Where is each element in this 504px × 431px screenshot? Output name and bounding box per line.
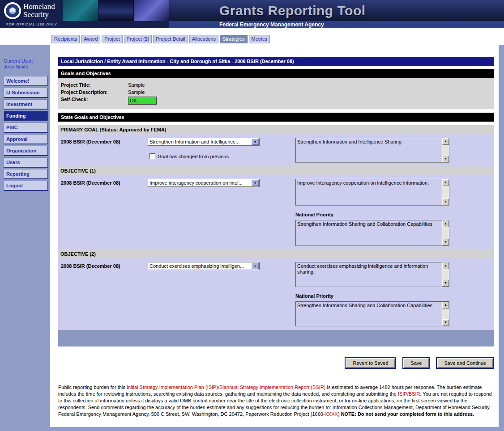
objective2-dropdown[interactable]: Conduct exercises emphasizing intelligen… <box>148 262 260 270</box>
objective1-national-priority-col: Strengthen Information Sharing and Colla… <box>295 220 449 246</box>
sidebar: Current User: Jean Smith Welcome! IJ Sub… <box>0 45 50 431</box>
objective1-section: 2008 BSIR (December 08) Improve interage… <box>58 175 494 249</box>
objective2-period-label: 2008 BSIR (December 08) <box>58 262 148 287</box>
scrollbar[interactable]: ▲ ▼ <box>442 220 449 245</box>
project-description-label: Project Description: <box>61 89 128 96</box>
objective1-textarea[interactable]: Improve interagency cooperation on intel… <box>295 179 449 206</box>
objective1-header: OBJECTIVE (1) <box>58 166 494 175</box>
objective2-dropdown-col: Conduct exercises emphasizing intelligen… <box>148 262 295 287</box>
scroll-up-icon[interactable]: ▲ <box>442 302 449 308</box>
grants-reporting-tool-app: Homeland Security Grants Reporting Tool … <box>0 0 504 431</box>
paperwork-burden-statement: Public reporting burden for this Initial… <box>58 384 494 418</box>
save-and-continue-button[interactable]: Save and Continue <box>437 358 493 368</box>
sidebar-item-approval[interactable]: Approval <box>4 134 48 144</box>
sidebar-item-logout[interactable]: Logout <box>4 181 48 191</box>
scroll-down-icon[interactable]: ▼ <box>442 280 449 287</box>
sidebar-item-psic[interactable]: PSIC <box>4 123 48 133</box>
app-title: Grants Reporting Tool <box>169 3 366 18</box>
scroll-up-icon[interactable]: ▲ <box>442 138 449 145</box>
tab-recipients[interactable]: Recipients <box>51 35 80 43</box>
sidebar-item-funding[interactable]: Funding <box>4 111 48 121</box>
tab-project-dollars[interactable]: Project ($) <box>124 35 152 43</box>
brand-line-1: Homeland <box>23 3 63 11</box>
sidebar-item-ij-submission[interactable]: IJ Submission <box>4 88 48 98</box>
current-user-name: Jean Smith <box>4 64 50 70</box>
scrollbar[interactable]: ▲ ▼ <box>442 179 449 205</box>
burden-note: NOTE: Do not send your completed form to… <box>341 411 474 417</box>
header-brand-area: Homeland Security <box>0 0 169 21</box>
primary-goal-header: PRIMARY GOAL [Status: Approved by FEMA] <box>58 125 494 134</box>
scroll-down-icon[interactable]: ▼ <box>442 156 449 162</box>
primary-goal-text-col: Strengthen Information and Intelligence … <box>295 138 449 163</box>
project-description-value: Sample <box>128 89 145 96</box>
main-content: Local Jurisdiction / Entity Award Inform… <box>50 45 499 427</box>
goal-changed-checkbox[interactable] <box>149 153 155 159</box>
self-check-status-badge: OK <box>128 97 157 105</box>
self-check-row: Self-Check: OK <box>61 96 491 105</box>
burden-link-isip-bsir-full[interactable]: Initial Strategy Implementation Plan (IS… <box>127 385 326 390</box>
objective1-national-priority-textarea[interactable]: Strengthen Information Sharing and Colla… <box>295 220 449 246</box>
primary-goal-textarea-value: Strengthen Information and Intelligence … <box>296 138 449 146</box>
save-button-frame: Save <box>402 357 430 369</box>
objective2-textarea[interactable]: Conduct exercises emphasizing intelligen… <box>295 262 449 287</box>
chevron-down-icon[interactable]: ▼ <box>252 139 259 145</box>
objective2-national-priority-textarea[interactable]: Strengthen Information Sharing and Colla… <box>295 301 449 326</box>
scrollbar[interactable]: ▲ ▼ <box>442 138 449 162</box>
scroll-up-icon[interactable]: ▲ <box>442 262 449 269</box>
sidebar-item-investment[interactable]: Investment <box>4 99 48 110</box>
tab-award[interactable]: Award <box>81 35 100 43</box>
revert-to-saved-button[interactable]: Revert to Saved <box>346 358 395 368</box>
tab-strategies[interactable]: Strategies <box>220 35 248 43</box>
primary-goal-period-label: 2008 BSIR (December 08) <box>58 138 148 163</box>
objective1-dropdown[interactable]: Improve interagency cooperation on intel… <box>148 179 260 187</box>
self-check-label: Self-Check: <box>61 96 128 105</box>
scrollbar[interactable]: ▲ ▼ <box>442 262 449 287</box>
objective2-textarea-value: Conduct exercises emphasizing intelligen… <box>296 262 449 276</box>
scroll-down-icon[interactable]: ▼ <box>442 239 449 245</box>
header-photo-montage <box>63 0 169 21</box>
burden-project-number: XXXX <box>325 411 338 417</box>
burden-text: Public reporting burden for this <box>58 385 127 390</box>
objective2-dropdown-value: Conduct exercises emphasizing intelligen… <box>149 263 244 269</box>
objective1-text-col: Improve interagency cooperation on intel… <box>295 179 449 206</box>
scroll-up-icon[interactable]: ▲ <box>442 220 449 227</box>
sidebar-item-organization[interactable]: Organization <box>4 146 48 156</box>
scroll-up-icon[interactable]: ▲ <box>442 179 449 186</box>
objective1-dropdown-value: Improve interagency cooperation on intel… <box>149 180 243 186</box>
chevron-down-icon[interactable]: ▼ <box>252 180 259 186</box>
project-description-row: Project Description: Sample <box>61 89 491 96</box>
dhs-seal-logo <box>4 2 21 19</box>
chevron-down-icon[interactable]: ▼ <box>252 263 259 269</box>
primary-goal-row: 2008 BSIR (December 08) Strengthen Infor… <box>58 138 494 163</box>
primary-goal-dropdown-value: Strengthen Information and Intelligence.… <box>149 139 239 144</box>
objective1-national-priority-value: Strengthen Information Sharing and Colla… <box>296 220 449 228</box>
project-info-block: Project Title: Sample Project Descriptio… <box>58 78 494 109</box>
primary-goal-dropdown[interactable]: Strengthen Information and Intelligence.… <box>148 138 260 146</box>
agency-subtitle: Federal Emergency Management Agency <box>169 21 504 28</box>
objective2-header: OBJECTIVE (2) <box>58 249 494 258</box>
scroll-down-icon[interactable]: ▼ <box>442 199 449 205</box>
sidebar-item-reporting[interactable]: Reporting <box>4 169 48 179</box>
photo-panel-2 <box>98 0 134 21</box>
objective2-national-priority-label: National Priority <box>295 293 494 299</box>
section-footer-band <box>58 330 494 346</box>
primary-goal-dropdown-col: Strengthen Information and Intelligence.… <box>148 138 295 163</box>
sidebar-item-users[interactable]: Users <box>4 157 48 168</box>
current-user-label: Current User: <box>4 58 50 64</box>
tab-allocations[interactable]: Allocations <box>189 35 218 43</box>
brand-line-2: Security <box>23 11 63 19</box>
objective1-national-priority-label: National Priority <box>295 212 494 217</box>
section-header-goals-objectives: Goals and Objectives <box>58 69 494 78</box>
burden-link-isip-bsir[interactable]: ISIP/BSIR <box>398 391 420 397</box>
page-title-bar: Local Jurisdiction / Entity Award Inform… <box>58 57 494 66</box>
tab-project-detail[interactable]: Project Detail <box>153 35 188 43</box>
scroll-down-icon[interactable]: ▼ <box>442 319 449 326</box>
burden-text: ) <box>338 411 341 417</box>
sidebar-item-welcome[interactable]: Welcome! <box>4 76 48 86</box>
tab-project[interactable]: Project <box>102 35 122 43</box>
tab-metrics[interactable]: Metrics <box>249 35 270 43</box>
primary-goal-textarea[interactable]: Strengthen Information and Intelligence … <box>295 138 449 163</box>
save-button[interactable]: Save <box>403 358 429 368</box>
objective1-period-label: 2008 BSIR (December 08) <box>58 179 148 206</box>
scrollbar[interactable]: ▲ ▼ <box>442 302 449 326</box>
